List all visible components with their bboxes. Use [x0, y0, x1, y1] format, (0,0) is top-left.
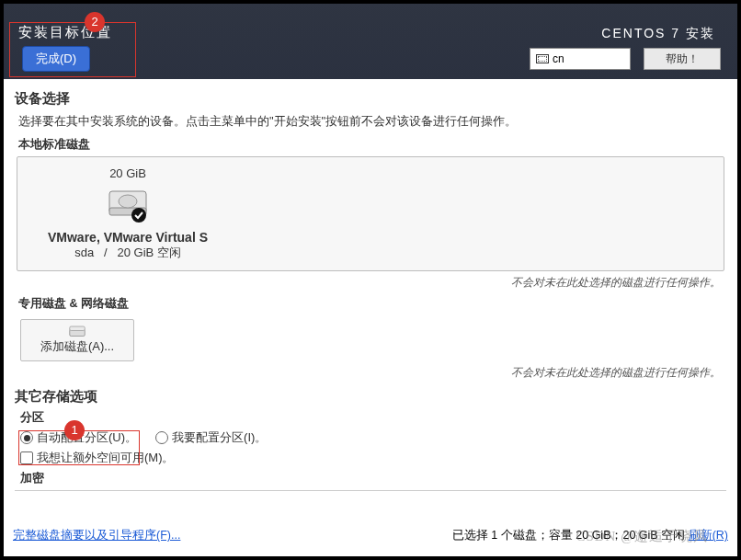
annotation-badge-1: 1 — [64, 420, 85, 440]
encrypt-heading: 加密 — [20, 470, 726, 486]
partition-heading: 分区 — [20, 409, 726, 426]
local-disks-heading: 本地标准磁盘 — [18, 137, 723, 153]
local-disks-panel: 20 GiB VMware, VMware Virtual S sda / 20… — [17, 156, 724, 271]
separator — [15, 490, 726, 491]
annotation-box-2 — [9, 22, 136, 77]
footer-bar: 完整磁盘摘要以及引导程序(F)... 已选择 1 个磁盘；容量 20 GiB；2… — [13, 528, 728, 543]
radio-icon — [155, 431, 168, 444]
radio-manual-partition[interactable]: 我要配置分区(I)。 — [155, 429, 267, 446]
disk-name: VMware, VMware Virtual S — [27, 230, 229, 245]
disk-item[interactable]: 20 GiB VMware, VMware Virtual S sda / 20… — [27, 163, 229, 265]
special-disks-heading: 专用磁盘 & 网络磁盘 — [18, 296, 723, 312]
annotation-badge-2: 2 — [85, 12, 105, 32]
keyboard-layout-selector[interactable]: cn — [530, 48, 631, 70]
local-disk-note: 不会对未在此处选择的磁盘进行任何操作。 — [15, 275, 721, 291]
device-select-title: 设备选择 — [15, 90, 726, 108]
add-disk-label: 添加磁盘(A)... — [40, 338, 114, 355]
special-disk-note: 不会对未在此处选择的磁盘进行任何操作。 — [15, 365, 721, 381]
hard-drive-icon — [106, 186, 150, 224]
add-disk-button[interactable]: 添加磁盘(A)... — [20, 319, 134, 361]
disk-meta: sda / 20 GiB 空闲 — [27, 245, 229, 261]
keyboard-icon — [536, 54, 549, 63]
device-select-subtitle: 选择要在其中安装系统的设备。点击主菜单中的"开始安装"按钮前不会对该设备进行任何… — [18, 113, 723, 130]
svg-point-2 — [119, 195, 137, 208]
svg-rect-5 — [70, 326, 86, 331]
disk-size: 20 GiB — [27, 166, 229, 180]
refresh-link[interactable]: 刷新(R) — [689, 529, 728, 542]
storage-options-title: 其它存储选项 — [15, 388, 726, 406]
svg-point-3 — [131, 208, 146, 223]
footer-status: 已选择 1 个磁盘；容量 20 GiB；20 GiB 空闲 刷新(R) — [452, 528, 728, 543]
disk-summary-link[interactable]: 完整磁盘摘要以及引导程序(F)... — [13, 528, 180, 543]
keyboard-layout-label: cn — [553, 52, 564, 65]
help-button[interactable]: 帮助！ — [644, 48, 721, 70]
product-title: CENTOS 7 安装 — [601, 26, 715, 42]
add-disk-icon — [69, 326, 86, 338]
